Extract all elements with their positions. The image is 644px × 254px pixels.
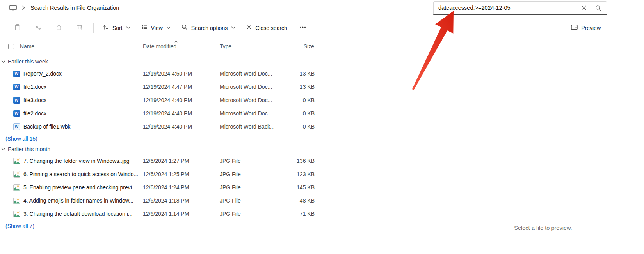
file-row[interactable]: Backup of file1.wbk 12/19/2024 4:40 PM M…: [0, 120, 473, 133]
preview-pane-icon: [571, 24, 578, 32]
trash-icon: [76, 24, 83, 32]
group-header[interactable]: Earlier this month: [0, 144, 473, 154]
paste-icon: [14, 24, 21, 32]
select-all-checkbox[interactable]: [8, 44, 14, 49]
file-size: 123 KB: [276, 171, 319, 177]
size-column-label: Size: [304, 43, 314, 49]
file-type: Microsoft Word Doc...: [213, 84, 276, 90]
close-search-button[interactable]: Close search: [241, 21, 292, 35]
toolbar-divider: [93, 23, 94, 33]
column-header-type[interactable]: Type: [213, 40, 276, 53]
sort-ascending-icon: [174, 41, 178, 43]
file-list: Name Date modified Type Size Earlier t: [0, 40, 473, 254]
view-button[interactable]: View: [136, 20, 175, 35]
file-date-modified: 12/6/2024 1:27 PM: [139, 158, 213, 164]
search-options-label: Search options: [191, 25, 228, 31]
column-header-date-modified[interactable]: Date modified: [139, 40, 213, 53]
group-label: Earlier this month: [8, 146, 50, 152]
sort-icon: [102, 24, 109, 32]
group-label: Earlier this week: [8, 58, 48, 65]
jpg-image-icon: [13, 158, 20, 164]
column-headers: Name Date modified Type Size: [0, 40, 319, 53]
file-name: 6. Pinning a search to quick access on W…: [23, 171, 138, 177]
word-document-icon: [13, 84, 20, 90]
show-all-link[interactable]: (Show all 15): [0, 133, 473, 144]
delete-button[interactable]: [70, 20, 89, 35]
sort-label: Sort: [112, 25, 123, 31]
chevron-down-icon: [1, 60, 5, 63]
see-more-icon: [299, 24, 306, 32]
computer-icon[interactable]: [9, 5, 17, 11]
preview-button[interactable]: Preview: [566, 20, 605, 35]
search-query-text: dateaccessed:>=2024-12-05: [438, 5, 578, 11]
file-row[interactable]: 6. Pinning a search to quick access on W…: [0, 168, 473, 181]
see-more-button[interactable]: [293, 20, 313, 35]
file-name: file1.docx: [23, 84, 46, 90]
sort-button[interactable]: Sort: [98, 20, 135, 35]
chevron-right-icon[interactable]: [22, 5, 25, 10]
group-header[interactable]: Earlier this week: [0, 56, 473, 67]
file-date-modified: 12/6/2024 1:25 PM: [139, 171, 213, 177]
file-row[interactable]: Reportv_2.docx 12/19/2024 4:50 PM Micros…: [0, 67, 473, 80]
preview-label: Preview: [581, 25, 601, 31]
word-backup-icon: [13, 123, 20, 130]
breadcrumb[interactable]: Search Results in File Organization: [30, 5, 119, 11]
word-document-icon: [13, 97, 20, 104]
type-column-label: Type: [220, 43, 231, 49]
column-header-name[interactable]: Name: [0, 40, 139, 53]
file-size: 136 KB: [276, 158, 319, 164]
rename-icon: [35, 24, 42, 32]
file-date-modified: 12/19/2024 4:50 PM: [139, 71, 213, 77]
file-group-earlier-this-week: Earlier this week Reportv_2.docx 12/19/2…: [0, 56, 473, 144]
file-row[interactable]: file1.docx 12/19/2024 4:47 PM Microsoft …: [0, 80, 473, 93]
search-options-button[interactable]: Search options: [176, 20, 240, 35]
file-name: 3. Changing the default download locatio…: [23, 211, 132, 217]
file-row[interactable]: 5. Enabling preview pane and checking pr…: [0, 181, 473, 194]
file-row[interactable]: 4. Adding emojis in folder names in Wind…: [0, 194, 473, 207]
file-type: JPG File: [213, 211, 276, 217]
share-button[interactable]: [49, 20, 69, 35]
file-group-earlier-this-month: Earlier this month 7. Changing the folde…: [0, 144, 473, 231]
paste-button[interactable]: [8, 20, 27, 35]
clear-search-button[interactable]: [578, 3, 589, 13]
rename-button[interactable]: [28, 20, 48, 35]
title-address-bar: Search Results in File Organization date…: [0, 0, 644, 16]
file-date-modified: 12/6/2024 1:24 PM: [139, 184, 213, 190]
word-document-icon: [13, 71, 20, 77]
close-search-label: Close search: [255, 25, 287, 31]
file-name: 4. Adding emojis in folder names in Wind…: [23, 198, 133, 204]
file-size: 13 KB: [276, 84, 319, 90]
file-size: 145 KB: [276, 184, 319, 190]
file-size: 48 KB: [276, 198, 319, 204]
file-date-modified: 12/19/2024 4:40 PM: [139, 97, 213, 103]
file-type: Microsoft Word Doc...: [213, 97, 276, 103]
chevron-down-icon: [126, 26, 130, 29]
file-type: JPG File: [213, 158, 276, 164]
search-input[interactable]: dateaccessed:>=2024-12-05: [433, 1, 607, 15]
file-date-modified: 12/6/2024 1:14 PM: [139, 211, 213, 217]
file-row[interactable]: file3.docx 12/19/2024 4:40 PM Microsoft …: [0, 93, 473, 107]
chevron-down-icon: [231, 26, 235, 29]
file-name: 5. Enabling preview pane and checking pr…: [23, 184, 137, 190]
file-type: Microsoft Word Doc...: [213, 71, 276, 77]
file-size: 13 KB: [276, 71, 319, 77]
file-name: Backup of file1.wbk: [23, 123, 71, 130]
jpg-image-icon: [13, 171, 20, 178]
file-type: Microsoft Word Back...: [213, 123, 276, 130]
file-row[interactable]: 7. Changing the folder view in Windows..…: [0, 154, 473, 168]
file-date-modified: 12/6/2024 1:18 PM: [139, 198, 213, 204]
file-name: 7. Changing the folder view in Windows..…: [23, 158, 130, 164]
file-size: 0 KB: [276, 110, 319, 116]
search-icon[interactable]: [592, 3, 603, 13]
column-header-size[interactable]: Size: [276, 40, 319, 53]
file-row[interactable]: 3. Changing the default download locatio…: [0, 207, 473, 220]
preview-placeholder: Select a file to preview.: [473, 225, 613, 231]
search-options-icon: [181, 24, 188, 32]
preview-pane: Select a file to preview.: [473, 40, 644, 254]
name-column-label: Name: [20, 43, 34, 49]
chevron-down-icon: [166, 26, 171, 29]
file-row[interactable]: file2.docx 12/19/2024 4:40 PM Microsoft …: [0, 107, 473, 120]
file-size: 71 KB: [276, 211, 319, 217]
show-all-link[interactable]: (Show all 7): [0, 220, 473, 231]
file-date-modified: 12/19/2024 4:40 PM: [139, 110, 213, 116]
